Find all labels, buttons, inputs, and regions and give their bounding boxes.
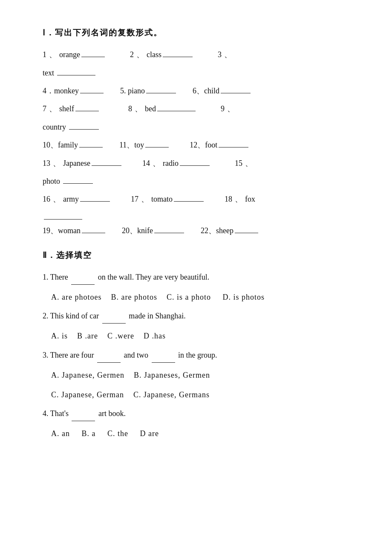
exercise-row-5: 13 、 Japanese 14 、 radio 15 、 [43,156,358,170]
question-2: 2. This kind of car made in Shanghai. [43,308,358,324]
q1-blank[interactable] [71,275,95,285]
exercise-row-3b: country [43,120,358,134]
item-19: 19、woman [43,224,107,237]
q3-options-line2: C. Japanese, German C. Japanese, Germans [51,387,358,404]
q3-text1: 3. There are four [43,351,94,359]
item-17-word: tomato [151,192,173,206]
item-18-word: fox [245,192,255,206]
item-9: 9 、 [221,102,237,116]
q3-options-line1: A. Japanese, Germen B. Japaneses, Germen [51,367,358,384]
question-1: 1. There on the wall. They are very beau… [43,269,358,285]
item-8-blank[interactable] [157,102,196,112]
exercise-row-6b [43,211,358,220]
q4-text1: 4. That's [43,409,69,418]
exercise-row-1: 1 、 orange 2 、 class 3 、 [43,48,358,61]
item-8-label: 8 [128,102,132,116]
q4-blank[interactable] [72,412,95,422]
item-1: 1 、 orange [43,48,106,61]
exercise-row-3: 7 、 shelf 8 、 bed 9 、 [43,102,358,116]
question-3: 3. There are four and two in the group. [43,347,358,363]
item-10-label: 10、family [43,138,78,152]
item-10: 10、family [43,138,104,152]
item-6-blank[interactable] [221,84,251,93]
item-6: 6、child [193,84,252,98]
q4-text2: art book. [98,409,126,418]
exercise-row-2: 4．monkey 5. piano 6、child [43,84,358,98]
q4-options: A. an B. a C. the D are [51,425,358,442]
item-18: 18 、 fox [225,192,255,206]
item-7: 7 、 shelf [43,102,100,116]
item-15-word: photo [43,174,60,188]
item-16-blank[interactable] [80,193,110,202]
item-14-word: radio [163,156,179,170]
item-9-blank[interactable] [69,120,99,130]
q2-num: 2. This kind of car [43,312,99,320]
item-15-blank[interactable] [63,174,93,184]
item-11: 11、toy [119,138,170,152]
exercise-row-5b: photo [43,174,358,188]
section2: Ⅱ．选择填空 1. There on the wall. They are ve… [43,248,358,442]
item-22: 22、sheep [201,224,259,237]
section1-title: Ⅰ．写出下列名词的复数形式。 [43,26,358,40]
q3-blank1[interactable] [97,353,121,363]
item-2-blank[interactable] [163,48,193,58]
q1-num: 1. There [43,273,68,281]
item-2-word: class [147,48,161,61]
item-10-blank[interactable] [79,139,103,148]
item-11-label: 11、toy [119,138,144,152]
item-17-label: 17 [131,192,138,206]
section2-title: Ⅱ．选择填空 [43,248,358,263]
item-15: 15 、 [235,156,255,170]
item-14-label: 14 [142,156,150,170]
item-1-num: 1 [43,48,46,61]
question-4: 4. That's art book. [43,406,358,421]
q1-options: A. are photoes B. are photos C. is a pho… [51,289,358,306]
item-3-sep: 、 [224,48,232,61]
item-19-label: 19、woman [43,224,81,237]
item-14-blank[interactable] [180,156,210,166]
item-1-sep: 、 [49,48,57,61]
item-17: 17 、 tomato [131,192,205,206]
item-1-blank[interactable] [81,48,105,58]
item-3-num: 3 [218,48,222,61]
item-4-num: 4．monkey [43,84,79,98]
item-14: 14 、 radio [142,156,211,170]
q2-blank[interactable] [102,315,126,324]
item-20-label: 20、knife [122,224,153,237]
exercise-row-6: 16 、 army 17 、 tomato 18 、 fox [43,192,358,206]
item-16: 16 、 army [43,192,111,206]
item-9-word: country [43,120,66,134]
item-17-blank[interactable] [174,193,204,202]
item-11-blank[interactable] [145,139,169,148]
item-18-label: 18 [225,192,232,206]
item-13-blank[interactable] [92,156,121,166]
item-18-blank[interactable] [44,211,82,220]
item-22-label: 22、sheep [201,224,233,237]
item-3-blank[interactable] [57,66,95,75]
item-19-blank[interactable] [82,224,105,234]
exercise-row-4: 10、family 11、toy 12、foot [43,138,358,152]
item-7-word: shelf [59,102,74,116]
item-13: 13 、 Japanese [43,156,123,170]
item-12-blank[interactable] [219,139,248,148]
item-4: 4．monkey [43,84,105,98]
item-3-word: text [43,66,54,80]
item-7-blank[interactable] [75,102,99,112]
item-16-label: 16 [43,192,50,206]
item-22-blank[interactable] [235,224,258,234]
item-4-blank[interactable] [80,84,104,93]
q3-text2: and two [124,351,149,359]
item-3: 3 、 [218,48,234,61]
item-5-num: 5. piano [120,84,145,98]
item-2-sep: 、 [136,48,144,61]
item-12-label: 12、foot [190,138,217,152]
item-12: 12、foot [190,138,250,152]
item-1-word: orange [59,48,80,61]
q2-text: made in Shanghai. [129,312,185,320]
q1-text: on the wall. They are very beautiful. [98,273,210,281]
item-13-label: 13 [43,156,50,170]
item-5: 5. piano [120,84,177,98]
q3-blank2[interactable] [152,353,175,363]
item-20-blank[interactable] [154,224,184,234]
item-5-blank[interactable] [146,84,176,93]
